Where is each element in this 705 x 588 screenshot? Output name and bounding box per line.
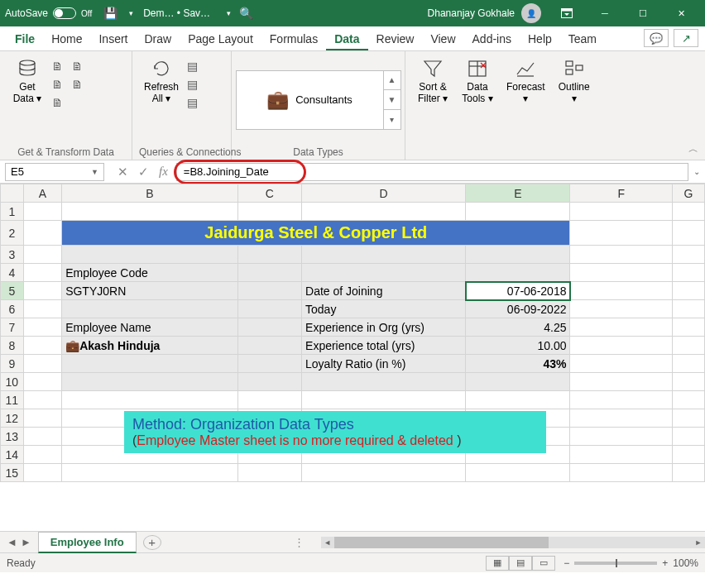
tab-insert[interactable]: Insert	[90, 27, 136, 50]
doc-dropdown-icon[interactable]: ▾	[227, 9, 231, 17]
select-all-cell[interactable]	[1, 184, 24, 203]
hscroll-right-icon[interactable]: ►	[692, 537, 705, 548]
cancel-formula-icon[interactable]: ✕	[118, 165, 128, 179]
row-header[interactable]: 11	[1, 391, 24, 409]
row-header[interactable]: 1	[1, 203, 24, 221]
cell-e6[interactable]: 06-09-2022	[466, 300, 570, 318]
row-header[interactable]: 15	[1, 464, 24, 482]
cell-d7[interactable]: Experience in Org (yrs)	[302, 318, 466, 337]
cell-e8[interactable]: 10.00	[466, 337, 570, 355]
view-page-break-icon[interactable]: ▭	[532, 556, 555, 571]
gallery-more-icon[interactable]: ▾	[384, 110, 400, 129]
hscroll-track[interactable]	[334, 537, 692, 548]
tab-draw[interactable]: Draw	[137, 27, 180, 50]
tab-file[interactable]: File	[7, 27, 43, 50]
refresh-all-button[interactable]: Refresh All ▾	[139, 55, 184, 108]
from-web-icon[interactable]: 🗎	[71, 60, 86, 73]
user-avatar[interactable]: 👤	[521, 3, 541, 23]
user-name[interactable]: Dhananjay Gokhale	[428, 7, 515, 19]
search-icon[interactable]: 🔍	[239, 7, 253, 20]
hscroll-thumb[interactable]	[334, 537, 549, 548]
share-button[interactable]: ↗	[674, 29, 698, 47]
row-header[interactable]: 5	[1, 282, 24, 300]
sheet-tab-employee-info[interactable]: Employee Info	[38, 532, 137, 553]
cell-d8[interactable]: Experience total (yrs)	[302, 337, 466, 355]
row-header[interactable]: 7	[1, 318, 24, 337]
tab-data[interactable]: Data	[326, 27, 367, 50]
cell-e5[interactable]: 07-06-2018	[466, 282, 570, 300]
gallery-up-icon[interactable]: ▲	[384, 71, 400, 91]
name-box[interactable]: E5 ▼	[5, 163, 104, 181]
sort-filter-button[interactable]: Sort & Filter ▾	[412, 55, 453, 108]
company-title[interactable]: Jaidurga Steel & Copper Ltd	[62, 221, 570, 246]
from-text-icon[interactable]: 🗎	[51, 60, 66, 73]
minimize-button[interactable]: ─	[586, 0, 624, 26]
data-tools-button[interactable]: Data Tools ▾	[457, 55, 498, 108]
close-button[interactable]: ✕	[662, 0, 700, 26]
gallery-down-icon[interactable]: ▼	[384, 90, 400, 110]
document-title[interactable]: Dem… • Sav…	[143, 7, 210, 19]
zoom-slider[interactable]	[574, 562, 657, 565]
tab-review[interactable]: Review	[368, 27, 423, 50]
row-header[interactable]: 3	[1, 246, 24, 264]
col-header-c[interactable]: C	[237, 184, 301, 203]
queries-icon[interactable]: ▤	[187, 60, 202, 73]
recent-sources-icon[interactable]: 🗎	[71, 78, 86, 91]
cell-b7[interactable]: Employee Name	[62, 318, 238, 337]
undo-dropdown-icon[interactable]: ▾	[129, 9, 133, 17]
row-header[interactable]: 12	[1, 409, 24, 428]
collapse-ribbon-icon[interactable]: ︿	[688, 142, 698, 156]
tab-page-layout[interactable]: Page Layout	[180, 27, 261, 50]
cell-d6[interactable]: Today	[302, 300, 466, 318]
data-types-gallery[interactable]: 💼 Consultants ▲ ▼ ▾	[236, 70, 401, 130]
tab-help[interactable]: Help	[520, 27, 560, 50]
fx-icon[interactable]: fx	[159, 165, 168, 179]
col-header-b[interactable]: B	[62, 184, 238, 203]
properties-icon[interactable]: ▤	[187, 78, 202, 91]
tab-addins[interactable]: Add-ins	[464, 27, 520, 50]
row-header[interactable]: 14	[1, 446, 24, 464]
row-header[interactable]: 10	[1, 373, 24, 391]
cell-d5[interactable]: Date of Joining	[302, 282, 466, 300]
edit-links-icon[interactable]: ▤	[187, 96, 202, 109]
view-page-layout-icon[interactable]: ▤	[509, 556, 532, 571]
comments-button[interactable]: 💬	[644, 29, 669, 47]
outline-button[interactable]: Outline▾	[554, 55, 595, 108]
cell-d9[interactable]: Loyalty Ratio (in %)	[302, 355, 466, 373]
view-normal-icon[interactable]: ▦	[486, 556, 509, 571]
worksheet[interactable]: A B C D E F G 1 2Jaidurga Steel & Copper…	[0, 184, 705, 531]
row-header[interactable]: 13	[1, 428, 24, 446]
from-table-icon[interactable]: 🗎	[51, 78, 66, 91]
tab-home[interactable]: Home	[43, 27, 90, 50]
hscroll-left-icon[interactable]: ◄	[321, 537, 334, 548]
tab-split-handle[interactable]: ⋮	[294, 536, 305, 548]
existing-conn-icon[interactable]: 🗎	[51, 96, 66, 109]
ribbon-display-icon[interactable]	[548, 0, 586, 26]
name-box-dropdown-icon[interactable]: ▼	[91, 168, 98, 176]
col-header-f[interactable]: F	[570, 184, 673, 203]
accept-formula-icon[interactable]: ✓	[138, 165, 149, 179]
row-header[interactable]: 6	[1, 300, 24, 318]
row-header[interactable]: 2	[1, 221, 24, 246]
col-header-e[interactable]: E	[466, 184, 570, 203]
forecast-button[interactable]: Forecast▾	[501, 55, 550, 108]
row-header[interactable]: 8	[1, 337, 24, 355]
zoom-in-icon[interactable]: +	[662, 557, 668, 569]
cell-e9[interactable]: 43%	[466, 355, 570, 373]
sheet-nav-prev-icon[interactable]: ◄	[7, 536, 17, 548]
col-header-a[interactable]: A	[23, 184, 62, 203]
zoom-level[interactable]: 100%	[673, 557, 698, 569]
cell-b8[interactable]: 💼Akash Hinduja	[62, 337, 238, 355]
maximize-button[interactable]: ☐	[624, 0, 662, 26]
col-header-d[interactable]: D	[302, 184, 466, 203]
tab-formulas[interactable]: Formulas	[261, 27, 326, 50]
sheet-nav-next-icon[interactable]: ►	[21, 536, 31, 548]
tab-team[interactable]: Team	[560, 27, 605, 50]
cell-e7[interactable]: 4.25	[466, 318, 570, 337]
save-icon[interactable]: 💾	[103, 7, 118, 20]
row-header[interactable]: 4	[1, 264, 24, 282]
autosave-toggle[interactable]	[53, 7, 76, 19]
cell-b5[interactable]: SGTYJ0RN	[62, 282, 238, 300]
tab-view[interactable]: View	[422, 27, 463, 50]
formula-input[interactable]: =B8.Joining_Date	[176, 163, 688, 181]
